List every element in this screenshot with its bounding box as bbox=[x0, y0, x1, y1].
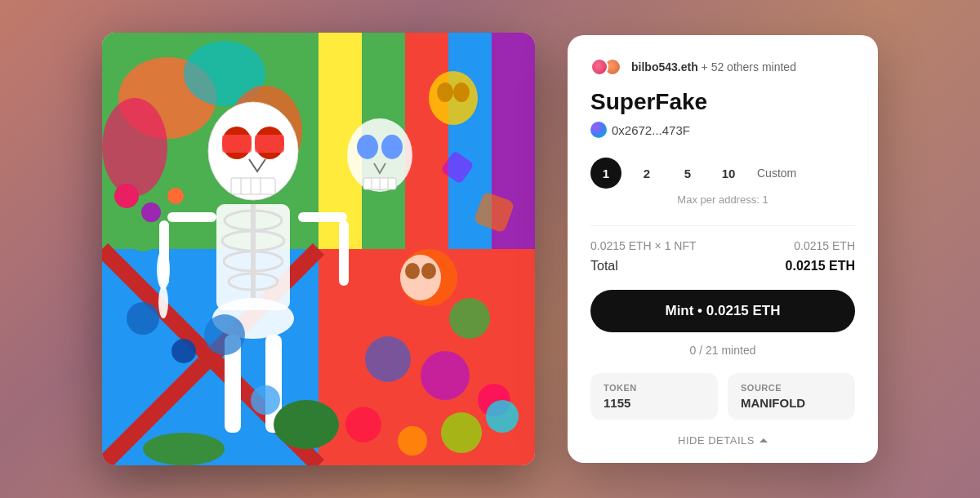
quantity-section: 1 2 5 10 Custom Max per address: 1 bbox=[590, 158, 855, 206]
minted-count: 0 / 21 minted bbox=[590, 344, 855, 357]
svg-point-11 bbox=[102, 98, 167, 196]
total-value: 0.0215 ETH bbox=[786, 259, 855, 273]
svg-point-66 bbox=[345, 407, 381, 442]
qty-btn-10[interactable]: 10 bbox=[713, 158, 744, 189]
svg-point-14 bbox=[114, 184, 139, 208]
svg-rect-35 bbox=[167, 212, 216, 222]
svg-rect-23 bbox=[222, 135, 252, 153]
svg-point-51 bbox=[421, 351, 470, 400]
qty-btn-custom[interactable]: Custom bbox=[754, 167, 800, 180]
divider-1 bbox=[590, 225, 855, 226]
svg-point-63 bbox=[251, 385, 280, 415]
svg-point-50 bbox=[449, 298, 490, 339]
svg-point-53 bbox=[365, 336, 411, 382]
svg-point-16 bbox=[167, 188, 184, 204]
minted-by-text: bilbo543.eth + 52 others minted bbox=[631, 60, 796, 73]
chevron-up-icon bbox=[760, 438, 768, 442]
contract-address: 0x2672...473F bbox=[612, 123, 690, 137]
total-label: Total bbox=[590, 259, 618, 273]
total-row: Total 0.0215 ETH bbox=[590, 259, 855, 273]
price-row: 0.0215 ETH × 1 NFT 0.0215 ETH bbox=[590, 239, 855, 252]
contract-icon bbox=[590, 122, 607, 138]
hide-details-text: HIDE DETAILS bbox=[678, 434, 755, 447]
svg-point-68 bbox=[441, 412, 482, 453]
svg-point-57 bbox=[400, 255, 441, 300]
svg-rect-24 bbox=[255, 135, 284, 153]
avatar-1 bbox=[590, 58, 608, 76]
svg-point-17 bbox=[128, 222, 158, 251]
minted-by-username: bilbo543.eth bbox=[631, 60, 698, 73]
svg-point-58 bbox=[405, 263, 420, 279]
source-card-label: SOURCE bbox=[741, 383, 842, 393]
svg-point-54 bbox=[429, 71, 478, 125]
svg-point-65 bbox=[143, 433, 225, 465]
svg-point-67 bbox=[398, 426, 427, 456]
source-card-value: MANIFOLD bbox=[741, 396, 842, 410]
source-card: SOURCE MANIFOLD bbox=[728, 373, 855, 420]
avatar-circles bbox=[590, 58, 617, 76]
svg-point-70 bbox=[157, 249, 170, 290]
svg-rect-7 bbox=[405, 33, 448, 249]
svg-point-61 bbox=[172, 339, 196, 363]
max-per-address-label: Max per address: 1 bbox=[590, 193, 855, 206]
mint-button[interactable]: Mint • 0.0215 ETH bbox=[590, 290, 855, 332]
svg-point-59 bbox=[421, 263, 436, 279]
svg-rect-38 bbox=[339, 220, 349, 286]
svg-point-71 bbox=[158, 286, 168, 318]
svg-point-60 bbox=[127, 302, 159, 335]
qty-btn-2[interactable]: 2 bbox=[631, 158, 662, 189]
minted-by-others: + 52 others minted bbox=[702, 60, 796, 73]
collection-name: SuperFake bbox=[590, 89, 855, 115]
token-card: TOKEN 1155 bbox=[590, 373, 718, 420]
svg-rect-34 bbox=[251, 204, 256, 310]
svg-point-69 bbox=[486, 400, 519, 433]
token-card-value: 1155 bbox=[604, 396, 705, 410]
nft-image-container bbox=[102, 33, 535, 465]
token-card-label: TOKEN bbox=[604, 383, 705, 393]
price-line-label: 0.0215 ETH × 1 NFT bbox=[590, 239, 697, 252]
mint-panel: bilbo543.eth + 52 others minted SuperFak… bbox=[568, 35, 878, 463]
svg-rect-37 bbox=[298, 212, 347, 222]
svg-point-43 bbox=[357, 135, 378, 159]
hide-details-row[interactable]: HIDE DETAILS bbox=[590, 434, 855, 447]
token-source-row: TOKEN 1155 SOURCE MANIFOLD bbox=[590, 373, 855, 420]
svg-point-15 bbox=[141, 202, 161, 222]
svg-point-55 bbox=[437, 82, 453, 102]
qty-btn-5[interactable]: 5 bbox=[672, 158, 703, 189]
price-line-value: 0.0215 ETH bbox=[794, 239, 855, 252]
contract-row: 0x2672...473F bbox=[590, 122, 855, 138]
svg-point-44 bbox=[381, 135, 403, 159]
svg-rect-25 bbox=[231, 178, 275, 194]
svg-point-56 bbox=[453, 82, 470, 102]
svg-point-64 bbox=[274, 400, 339, 449]
quantity-row: 1 2 5 10 Custom bbox=[590, 158, 855, 189]
minted-by-row: bilbo543.eth + 52 others minted bbox=[590, 58, 855, 76]
svg-point-62 bbox=[204, 314, 245, 355]
qty-btn-1[interactable]: 1 bbox=[590, 158, 621, 189]
